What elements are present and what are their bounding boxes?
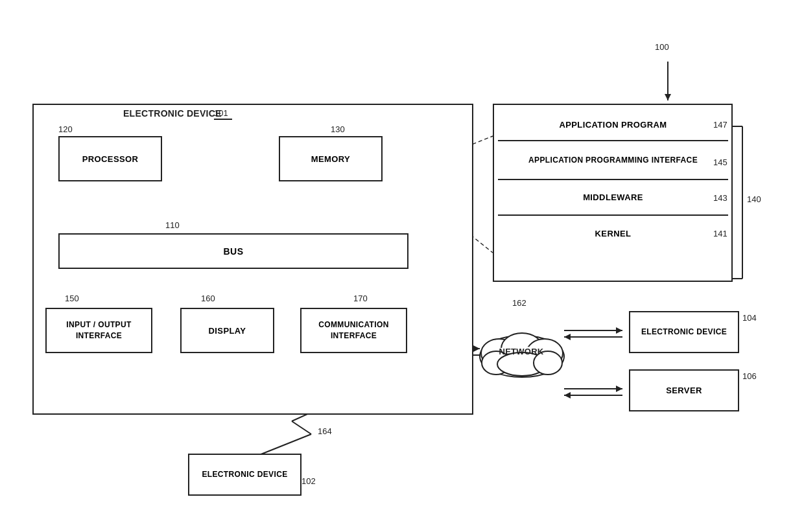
processor-box: PROCESSOR [58,136,162,181]
ref-145: 145 [713,157,727,167]
kernel-box: KERNEL [498,216,728,251]
electronic-device-104-box: ELECTRONIC DEVICE [629,311,739,353]
ref-120: 120 [58,124,73,134]
electronic-device-label: ELECTRONIC DEVICE [123,108,222,119]
ref-106: 106 [742,371,757,381]
network-label: NETWORK [495,347,547,356]
svg-marker-36 [665,94,671,100]
ref-101: 101 [214,108,228,118]
ref-104: 104 [742,313,757,323]
ref-164: 164 [318,426,332,436]
ref-140: 140 [747,194,761,204]
ref-101-underline [214,119,232,120]
api-box: APPLICATION PROGRAMMING INTERFACE [498,141,728,180]
ref-130: 130 [331,124,345,134]
middleware-box: MIDDLEWARE [498,180,728,216]
ref-110: 110 [165,220,180,230]
ref-100: 100 [655,42,669,52]
bus-box: BUS [58,233,408,269]
electronic-device-102-box: ELECTRONIC DEVICE [188,454,302,496]
display-box: DISPLAY [180,308,274,353]
ref-170: 170 [353,294,368,303]
ref-162: 162 [512,298,526,308]
svg-marker-22 [616,327,622,334]
memory-box: MEMORY [279,136,383,181]
app-program-box: APPLICATION PROGRAM [498,109,728,141]
ref-143: 143 [713,193,727,203]
ref-102: 102 [302,476,316,486]
ref-150: 150 [65,294,79,303]
svg-line-30 [292,421,311,434]
diagram-container: 100 ELECTRONIC DEVICE 101 PROCESSOR 120 … [0,0,804,532]
input-output-box: INPUT / OUTPUT INTERFACE [45,308,152,353]
svg-marker-26 [616,386,622,392]
svg-marker-28 [564,392,571,399]
communication-box: COMMUNICATION INTERFACE [300,308,407,353]
server-box: SERVER [629,369,739,411]
ref-147: 147 [713,120,727,130]
ref-141: 141 [713,229,727,238]
ref-160: 160 [201,294,215,303]
